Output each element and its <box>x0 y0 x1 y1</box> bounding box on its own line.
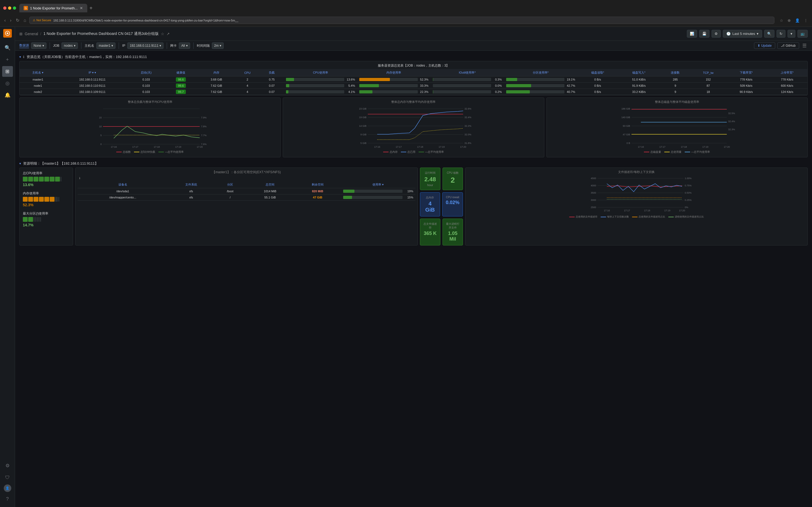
total-mem-card: 总内存 4 GiB <box>420 192 440 216</box>
active-tab[interactable]: G 1 Node Exporter for Prometh... ✕ <box>19 4 87 12</box>
legend-total-mem-label: 总内存 <box>390 150 398 154</box>
fd-total-label: 总文件描述符 <box>423 222 437 230</box>
legend-avg-mem-pct: —总平均使用率 <box>419 150 444 154</box>
minimize-button[interactable] <box>8 6 11 10</box>
svg-text:17:17: 17:17 <box>132 146 138 148</box>
netcard-select[interactable]: All ▾ <box>179 43 190 49</box>
cell-tcp-tw: 18 <box>691 89 726 95</box>
interval-select[interactable]: 2m ▾ <box>212 43 224 49</box>
col-cpu-pct: CPU使用率 <box>284 69 357 76</box>
legend-avg-usage: —总平均使用率 <box>159 150 184 154</box>
svg-text:140 GiB: 140 GiB <box>621 116 630 119</box>
back-button[interactable]: ‹ <box>3 17 7 24</box>
cpu-cores-value: 2 <box>446 176 459 184</box>
col-disk-read: 磁盘读取* <box>577 69 618 76</box>
cell-uptime: 0.103 <box>128 76 164 83</box>
sidebar-item-help[interactable]: ? <box>2 494 13 504</box>
uptime-unit: hour <box>423 183 437 187</box>
refresh-dropdown-button[interactable]: ▾ <box>788 30 795 38</box>
fd-max-label: 最大进程打开文件 <box>446 222 459 230</box>
cell-load: 0.07 <box>260 83 284 89</box>
col-health: 健康值 <box>164 69 198 76</box>
panel-view-button[interactable]: 📊 <box>687 30 697 38</box>
section2-title: 资源明细：【master1】【192.168.0.111:9111】 <box>23 161 98 166</box>
table-panel-title: 服务器资源总览表【JOB：nodes，主机总数：3】 <box>19 61 807 69</box>
cell-io-pct: 0.2% <box>431 89 504 95</box>
cell-cpu: 4 <box>235 89 259 95</box>
disk-cell-total: 55.1 GiB <box>246 194 294 201</box>
home-button[interactable]: ⌂ <box>22 17 27 24</box>
none-select[interactable]: None ▾ <box>31 43 47 49</box>
github-button[interactable]: ⎇ GitHub <box>777 43 799 49</box>
cell-memory: 7.62 GiB <box>198 83 235 89</box>
maximize-button[interactable] <box>13 6 16 10</box>
disk-cell-usage: 15% <box>341 194 416 201</box>
legend-ctx-switch: 每秒上下文切换次数 <box>601 215 629 219</box>
sidebar-item-add[interactable]: + <box>2 54 13 65</box>
update-button[interactable]: ⬆ Update <box>754 43 775 49</box>
top-nav-actions: 📊 💾 ⚙ 🕐 Last 5 minutes ▾ 🔍 ↻ ▾ 📺 <box>687 30 808 38</box>
cell-disk-write: 33.2 KiB/s <box>618 89 660 95</box>
host-select[interactable]: master1 ▾ <box>97 43 115 49</box>
bookmark-button[interactable]: ☆ <box>779 17 785 23</box>
svg-text:2500: 2500 <box>591 206 596 209</box>
breadcrumb-general: General <box>25 32 38 36</box>
section1-header[interactable]: ▾ ℹ 资源总览（关联JOB项）当前选中主机：master1，实例：192.16… <box>19 53 808 61</box>
ip-select[interactable]: 192.168.0.111:9111 ▾ <box>127 43 164 49</box>
new-tab-button[interactable]: + <box>87 4 95 12</box>
toolbar-menu-button[interactable]: ☰ <box>801 43 808 49</box>
cell-ip: 192.168.0.111:9111 <box>56 76 128 83</box>
svg-text:7.9%: 7.9% <box>201 116 207 119</box>
sidebar-item-alerting[interactable]: 🔔 <box>2 90 13 101</box>
refresh-button[interactable]: ↻ <box>776 30 786 38</box>
cell-load: 0.75 <box>260 76 284 83</box>
user-avatar[interactable]: 👤 <box>4 485 11 492</box>
close-button[interactable] <box>3 6 6 10</box>
svg-text:14 GiB: 14 GiB <box>359 125 366 127</box>
reload-button[interactable]: ↻ <box>15 17 20 24</box>
disk-table-row: /dev/mapper/cento... xfs / 55.1 GiB 47 G… <box>77 194 415 201</box>
svg-text:17:18: 17:18 <box>154 146 160 148</box>
cell-hostname: node1 <box>19 83 56 89</box>
cell-io-pct: 0.0% <box>431 83 504 89</box>
url-bar[interactable]: ⚠ Not Secure 192.168.0.111:31800/d/9CWBz… <box>29 17 774 24</box>
legend-proc-fd-pct: 进程使用的文件描述符占比 <box>669 215 704 219</box>
tv-mode-button[interactable]: 📺 <box>798 30 808 38</box>
cell-cpu-pct: 13.6% <box>284 76 357 83</box>
disk-cell-fs: xfs <box>168 188 214 194</box>
cell-uptime: 0.103 <box>128 89 164 95</box>
sidebar-item-search[interactable]: 🔍 <box>2 43 13 53</box>
col-disk-pct: 分区使用率* <box>504 69 577 76</box>
datasource-label[interactable]: 数据源 <box>19 43 29 48</box>
time-picker[interactable]: 🕐 Last 5 minutes ▾ <box>723 30 762 38</box>
save-button[interactable]: 💾 <box>699 30 709 38</box>
nodes-select[interactable]: nodes ▾ <box>61 43 78 49</box>
host-chevron-icon: ▾ <box>111 44 113 48</box>
profile-button[interactable]: 👤 <box>794 17 801 23</box>
disk-table-row: /dev/sda1 xfs /boot 1014 MiB 820 MiB 19% <box>77 188 415 194</box>
sidebar-item-config[interactable]: ⚙ <box>2 460 13 471</box>
sidebar-item-shield[interactable]: 🛡 <box>2 472 13 483</box>
total-mem-label: 总内存 <box>423 196 437 200</box>
sidebar-item-dashboards[interactable]: ⊞ <box>2 66 13 77</box>
settings-button[interactable]: ⚙ <box>711 30 721 38</box>
share-icon[interactable]: ↗ <box>167 32 170 36</box>
sidebar-item-explore[interactable]: ◎ <box>2 78 13 89</box>
forward-button[interactable]: › <box>9 17 12 24</box>
section1-info-icon: ℹ <box>23 55 24 59</box>
section2-header[interactable]: ▾ 资源明细：【master1】【192.168.0.111:9111】 <box>19 160 808 168</box>
uptime-card: 运行时间 2.48 hour <box>420 168 441 190</box>
extensions-button[interactable]: ⊕ <box>787 17 792 23</box>
svg-text:17:16: 17:16 <box>638 146 644 148</box>
dashboard-content: ▾ ℹ 资源总览（关联JOB项）当前选中主机：master1，实例：192.16… <box>15 51 812 507</box>
cell-ip: 192.168.0.109:9111 <box>56 89 128 95</box>
tab-close-icon[interactable]: ✕ <box>80 6 83 10</box>
memory-chart: 整体总内存与整体平均内存使用率 5 GiB 9 GiB 14 GiB 19 Gi… <box>283 98 544 157</box>
legend-used-disk: 总使用量 <box>664 150 682 154</box>
disk-table-panel: 【master1】：各分区可用空间(EXT.*/XFS/NFS) ℹ 设备名 文… <box>75 168 418 245</box>
zoom-out-button[interactable]: 🔍 <box>764 30 774 38</box>
cell-health: 98.6 <box>164 76 198 83</box>
menu-button[interactable]: ⋮ <box>803 17 809 23</box>
favorite-icon[interactable]: ☆ <box>161 32 164 36</box>
cell-connections: 285 <box>660 76 691 83</box>
